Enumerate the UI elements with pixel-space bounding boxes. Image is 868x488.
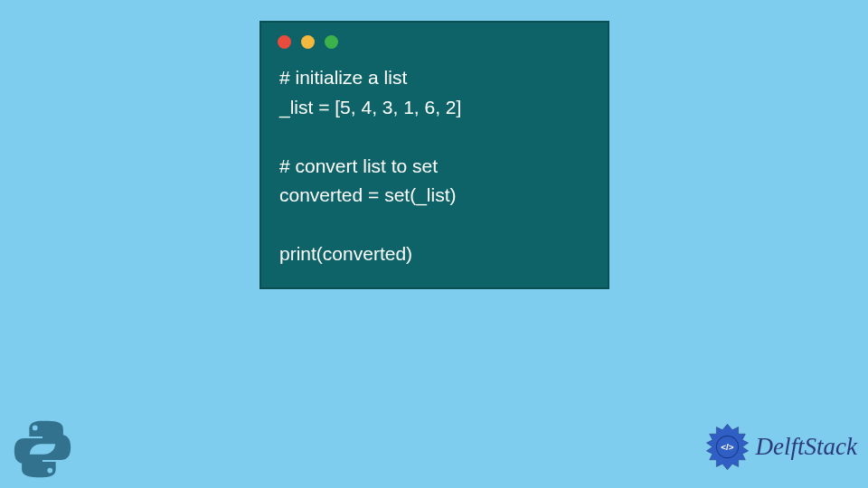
code-body: # initialize a list _list = [5, 4, 3, 1,… bbox=[261, 54, 608, 275]
code-window: # initialize a list _list = [5, 4, 3, 1,… bbox=[259, 21, 609, 289]
close-icon bbox=[278, 35, 291, 49]
code-line: print(converted) bbox=[279, 243, 412, 264]
code-line: # convert list to set bbox=[279, 155, 438, 176]
python-logo-icon bbox=[11, 418, 74, 481]
delftstack-text: DelftStack bbox=[756, 433, 857, 461]
svg-point-0 bbox=[33, 426, 38, 431]
code-line: _list = [5, 4, 3, 1, 6, 2] bbox=[279, 97, 461, 117]
minimize-icon bbox=[301, 35, 315, 49]
svg-text:</>: </> bbox=[721, 442, 734, 452]
delftstack-badge-icon: </> bbox=[703, 422, 752, 472]
delftstack-logo: </> DelftStack bbox=[703, 422, 857, 472]
code-line: converted = set(_list) bbox=[279, 184, 457, 205]
maximize-icon bbox=[325, 35, 338, 49]
window-controls bbox=[261, 23, 608, 54]
code-line: # initialize a list bbox=[279, 67, 407, 88]
svg-point-1 bbox=[47, 468, 52, 474]
